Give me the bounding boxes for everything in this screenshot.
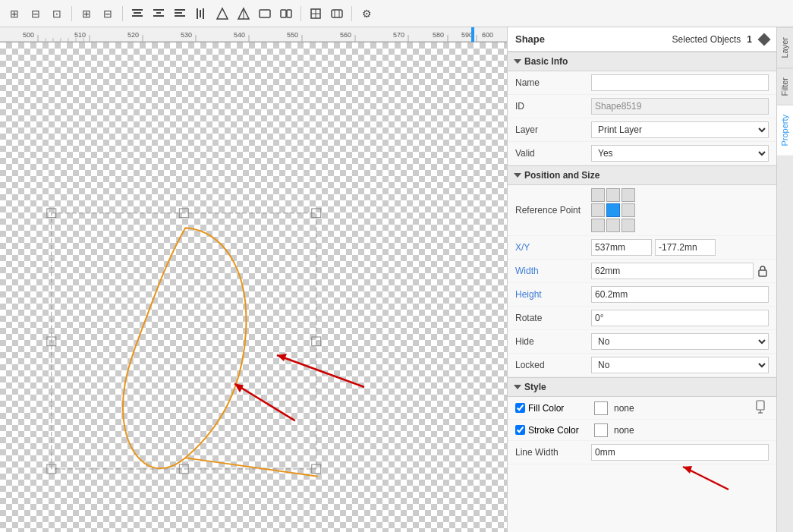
- fill-color-label: Fill Color: [528, 403, 564, 414]
- line-width-label: Line Width: [515, 447, 591, 458]
- stroke-color-value: none: [614, 425, 634, 436]
- style-section-header[interactable]: Style: [508, 377, 776, 397]
- ref-dot-tm[interactable]: [606, 188, 620, 202]
- name-input[interactable]: [591, 74, 769, 91]
- valid-select[interactable]: Yes No: [591, 145, 769, 162]
- ref-dot-ml[interactable]: [591, 203, 605, 217]
- svg-rect-15: [260, 10, 270, 17]
- stroke-color-label: Stroke Color: [528, 425, 579, 436]
- ref-point-label: Reference Point: [515, 205, 591, 216]
- svg-rect-11: [203, 8, 204, 19]
- toolbar-icon-align3[interactable]: [172, 5, 188, 22]
- toolbar-icon-9[interactable]: [307, 5, 324, 22]
- svg-text:530: 530: [181, 31, 192, 39]
- valid-row: Valid Yes No: [508, 142, 776, 165]
- ref-dot-bl[interactable]: [591, 219, 605, 232]
- svg-rect-56: [759, 270, 766, 276]
- svg-rect-6: [175, 9, 185, 11]
- position-size-section-header[interactable]: Position and Size: [508, 165, 776, 185]
- locked-label: Locked: [515, 360, 591, 370]
- ref-dot-bm[interactable]: [606, 219, 620, 232]
- side-tabs: Layer Filter Property: [776, 27, 793, 532]
- toolbar-icon-7[interactable]: [256, 5, 273, 22]
- toolbar-icon-10[interactable]: [329, 5, 345, 22]
- canvas-content: [0, 42, 507, 532]
- svg-text:570: 570: [393, 31, 404, 39]
- layer-tab[interactable]: Layer: [777, 27, 794, 68]
- width-label: Width: [515, 266, 591, 276]
- hide-select[interactable]: No Yes: [591, 333, 769, 350]
- ref-dot-br[interactable]: [621, 219, 635, 232]
- name-label: Name: [515, 77, 591, 88]
- toolbar-icon-align2[interactable]: [150, 5, 167, 22]
- width-input[interactable]: [591, 263, 754, 279]
- line-shape[interactable]: [185, 458, 317, 476]
- toolbar-icon-6[interactable]: [235, 5, 252, 22]
- ruler-horizontal: 500 510 520 530 540 550 560 570 580 590: [0, 27, 507, 42]
- toolbar-icon-3[interactable]: ⊡: [49, 5, 65, 22]
- panel-header: Shape Selected Objects 1: [508, 27, 776, 52]
- svg-text:550: 550: [287, 31, 298, 39]
- canvas-area[interactable]: 500 510 520 530 540 550 560 570 580 590: [0, 27, 507, 532]
- fill-color-box[interactable]: [594, 401, 608, 415]
- basic-info-section-header[interactable]: Basic Info: [508, 52, 776, 71]
- svg-rect-10: [200, 10, 201, 17]
- lock-icon[interactable]: [757, 263, 769, 279]
- toolbar-icon-align1[interactable]: [129, 5, 146, 22]
- main-area: 500 510 520 530 540 550 560 570 580 590: [0, 27, 793, 532]
- ref-dot-mm[interactable]: [606, 203, 620, 217]
- locked-select[interactable]: No Yes: [591, 357, 769, 373]
- rotate-input[interactable]: [591, 310, 769, 326]
- svg-text:520: 520: [127, 31, 139, 39]
- svg-text:510: 510: [74, 31, 86, 39]
- pin-icon: [758, 33, 771, 46]
- svg-rect-4: [156, 12, 161, 14]
- stroke-color-checkbox[interactable]: [515, 425, 525, 435]
- ref-point-grid: [591, 188, 635, 232]
- right-panel: Shape Selected Objects 1 Basic Info Name…: [507, 27, 776, 532]
- ref-dot-mr[interactable]: [621, 203, 635, 217]
- filter-tab[interactable]: Filter: [777, 68, 794, 105]
- y-input[interactable]: [655, 239, 716, 256]
- toolbar-icon-2[interactable]: ⊟: [27, 5, 44, 22]
- hide-row: Hide No Yes: [508, 330, 776, 354]
- stroke-color-label-group: Stroke Color: [515, 425, 591, 436]
- style-arrow: [514, 385, 521, 389]
- position-size-label: Position and Size: [524, 170, 599, 181]
- toolbar-icon-8[interactable]: [278, 5, 294, 22]
- id-input: [591, 98, 769, 115]
- xy-label: X/Y: [515, 242, 591, 253]
- svg-text:560: 560: [340, 31, 351, 39]
- svg-marker-12: [217, 8, 228, 19]
- height-input[interactable]: [591, 286, 769, 303]
- fill-color-row: Fill Color none: [508, 397, 776, 420]
- toolbar-icon-5[interactable]: ⊟: [99, 5, 116, 22]
- line-width-input[interactable]: [591, 444, 769, 461]
- svg-rect-2: [132, 15, 143, 17]
- panel-selected: Selected Objects 1: [672, 34, 769, 45]
- toolbar-icon-4[interactable]: ⊞: [78, 5, 95, 22]
- property-tab[interactable]: Property: [777, 105, 794, 156]
- ref-dot-tr[interactable]: [621, 188, 635, 202]
- id-label: ID: [515, 101, 591, 112]
- panel-title: Shape: [515, 33, 545, 45]
- toolbar-icon-1[interactable]: ⊞: [6, 5, 23, 22]
- settings-icon[interactable]: ⚙: [358, 5, 375, 22]
- svg-rect-8: [175, 15, 185, 17]
- basic-info-arrow: [514, 59, 521, 64]
- fill-color-checkbox[interactable]: [515, 403, 525, 413]
- red-arrow-1: [234, 384, 295, 421]
- x-input[interactable]: [591, 239, 652, 256]
- layer-select[interactable]: Print Layer Layer 1 Layer 2: [591, 121, 769, 138]
- toolbar-sep-3: [301, 6, 301, 21]
- oval-shape[interactable]: [123, 228, 247, 468]
- svg-rect-9: [197, 8, 198, 19]
- toolbar-icon-align4[interactable]: [193, 5, 209, 22]
- toolbar: ⊞ ⊟ ⊡ ⊞ ⊟ ⚙: [0, 0, 793, 27]
- svg-rect-57: [757, 401, 764, 410]
- svg-text:580: 580: [433, 31, 444, 39]
- toolbar-sep-2: [122, 6, 123, 21]
- toolbar-icon-5b[interactable]: [214, 5, 231, 22]
- stroke-color-box[interactable]: [594, 423, 608, 437]
- ref-dot-tl[interactable]: [591, 188, 605, 202]
